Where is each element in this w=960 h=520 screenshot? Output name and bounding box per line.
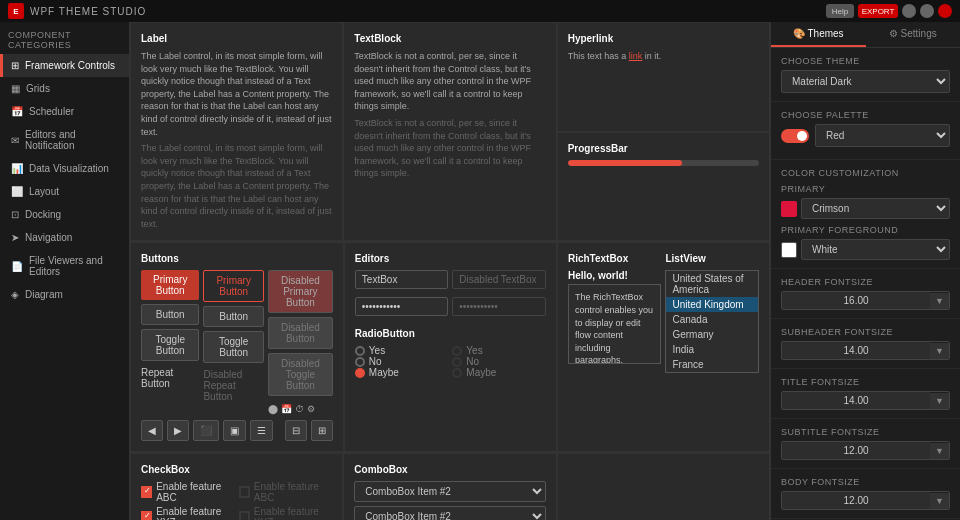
password-disabled: [452, 297, 546, 316]
checkbox-xyz-disabled: Enable feature XYZ: [239, 506, 333, 520]
icon-btn-1[interactable]: ◀: [141, 420, 163, 441]
title-font-down[interactable]: ▼: [930, 393, 949, 409]
panel-tabs: 🎨 Themes ⚙ Settings: [771, 22, 960, 48]
sidebar-item-diagram[interactable]: ◈ Diagram: [0, 283, 129, 306]
textbox-input[interactable]: [355, 270, 449, 289]
listview-item-canada[interactable]: Canada: [666, 312, 758, 327]
radio-no[interactable]: No: [355, 356, 449, 367]
radio-maybe[interactable]: Maybe: [355, 367, 449, 378]
content-area: Label The Label control, in its most sim…: [130, 22, 770, 520]
maximize-button[interactable]: [920, 4, 934, 18]
combobox-1[interactable]: ComboBox Item #2: [354, 481, 545, 502]
right-panel: 🎨 Themes ⚙ Settings Choose theme Materia…: [770, 22, 960, 520]
tab-settings[interactable]: ⚙ Settings: [866, 22, 961, 47]
icon-btn-4[interactable]: ▣: [223, 420, 246, 441]
color-customization-section: Color customization Primary Crimson Prim…: [771, 160, 960, 269]
editors-title: Editors: [355, 253, 546, 264]
listview-item-uk[interactable]: United Kingdom: [666, 297, 758, 312]
minimize-button[interactable]: [902, 4, 916, 18]
primary-fg-dropdown[interactable]: White: [801, 239, 950, 260]
subtitle-font-down[interactable]: ▼: [930, 443, 949, 459]
icon-btn-6[interactable]: ⊟: [285, 420, 307, 441]
primary-label: Primary: [781, 184, 950, 194]
tab-themes[interactable]: 🎨 Themes: [771, 22, 866, 47]
sidebar-item-framework[interactable]: ⊞ Framework Controls: [0, 54, 129, 77]
sidebar-item-dataviz[interactable]: 📊 Data Visualization: [0, 157, 129, 180]
radio-circle-maybe: [355, 368, 365, 378]
default-button[interactable]: Button: [141, 304, 199, 325]
textblock-text1: TextBlock is not a control, per se, sinc…: [354, 50, 545, 113]
icon-btn-3[interactable]: ⬛: [193, 420, 219, 441]
choose-palette-label: Choose palette: [781, 110, 950, 120]
hyperlink-link[interactable]: link: [629, 51, 643, 61]
listview-item-germany[interactable]: Germany: [666, 327, 758, 342]
sidebar-item-fileviewers[interactable]: 📄 File Viewers and Editors: [0, 249, 129, 283]
header-font-down[interactable]: ▼: [930, 293, 949, 309]
sidebar-item-scheduler[interactable]: 📅 Scheduler: [0, 100, 129, 123]
icon-btn-7[interactable]: ⊞: [311, 420, 333, 441]
repeat-button[interactable]: Repeat Button: [141, 365, 199, 391]
subtitle-font-section: SubTitle FontSize 12.00 ▼: [771, 419, 960, 469]
toggle-button[interactable]: Toggle Button: [141, 329, 199, 361]
icon-btn-2[interactable]: ▶: [167, 420, 189, 441]
radio-no-disabled: No: [452, 356, 546, 367]
primary-fg-dropdown-row: White: [781, 239, 950, 260]
palette-toggle[interactable]: [781, 129, 809, 143]
progressbar-track: [568, 160, 759, 166]
richtextbox-content[interactable]: The RichTextBox control enables you to d…: [568, 284, 662, 364]
sidebar-item-docking[interactable]: ⊡ Docking: [0, 203, 129, 226]
richtextbox-title: RichTextBox: [568, 253, 662, 264]
password-input[interactable]: [355, 297, 449, 316]
sidebar-item-editors[interactable]: ✉ Editors and Notification: [0, 123, 129, 157]
filler-cell: [557, 453, 770, 520]
default-button2[interactable]: Button: [203, 306, 263, 327]
checkbox-xyz-box: [141, 511, 152, 520]
theme-select[interactable]: Material Dark: [781, 70, 950, 93]
title-bar-controls: Help EXPORT: [826, 4, 952, 18]
body-font-down[interactable]: ▼: [930, 493, 949, 509]
body-font-section: Body FontSize 12.00 ▼: [771, 469, 960, 519]
primary-fg-swatch: [781, 242, 797, 258]
radio-yes[interactable]: Yes: [355, 345, 449, 356]
hyperlink-text: This text has a link in it.: [568, 50, 759, 63]
primary-button[interactable]: Primary Button: [141, 270, 199, 300]
primary-dropdown[interactable]: Crimson: [801, 198, 950, 219]
gear-icon: ⚙: [889, 28, 898, 39]
radio-icon: ⬤: [268, 404, 278, 414]
title-bar: E WPF THEME STUDIO Help EXPORT: [0, 0, 960, 22]
disabled-button: Disabled Button: [268, 317, 333, 349]
toggle-button2[interactable]: Toggle Button: [203, 331, 263, 363]
checkbox-xyz[interactable]: Enable feature XYZ: [141, 506, 235, 520]
radio-circle-no: [355, 357, 365, 367]
grids-icon: ▦: [11, 83, 20, 94]
buttons-title: Buttons: [141, 253, 333, 264]
help-button[interactable]: Help: [826, 4, 854, 18]
sidebar-item-grids[interactable]: ▦ Grids: [0, 77, 129, 100]
export-button[interactable]: EXPORT: [858, 4, 898, 18]
label-text2: The Label control, in its most simple fo…: [141, 142, 332, 230]
icon-btn-5[interactable]: ☰: [250, 420, 273, 441]
subtitle-font-spinner: 12.00 ▼: [781, 441, 950, 460]
primary-color-swatch: [781, 201, 797, 217]
disabled-repeat: Disabled Repeat Button: [203, 367, 263, 404]
primary-button2[interactable]: Primary Button: [203, 270, 263, 302]
layout-icon: ⬜: [11, 186, 23, 197]
sidebar-item-navigation[interactable]: ➤ Navigation: [0, 226, 129, 249]
subtitle-font-value: 12.00: [782, 442, 930, 459]
checkbox-abc[interactable]: Enable feature ABC: [141, 481, 235, 503]
framework-icon: ⊞: [11, 60, 19, 71]
subheader-font-down[interactable]: ▼: [930, 343, 949, 359]
sidebar-item-layout[interactable]: ⬜ Layout: [0, 180, 129, 203]
listview-item-usa[interactable]: United States of America: [666, 271, 758, 297]
combobox-title: ComboBox: [354, 464, 545, 475]
radio-circle-yes: [355, 346, 365, 356]
palette-select[interactable]: Red: [815, 124, 950, 147]
close-button[interactable]: [938, 4, 952, 18]
checkbox-abc-box: [141, 486, 152, 498]
combobox-2[interactable]: ComboBox Item #2: [354, 506, 545, 520]
progressbar-fill: [568, 160, 683, 166]
listview-item-india[interactable]: India: [666, 342, 758, 357]
richtextbox-listview-demo: RichTextBox Hello, world! The RichTextBo…: [557, 242, 770, 452]
subtitle-font-label: SubTitle FontSize: [781, 427, 950, 437]
listview-item-france[interactable]: France: [666, 357, 758, 372]
